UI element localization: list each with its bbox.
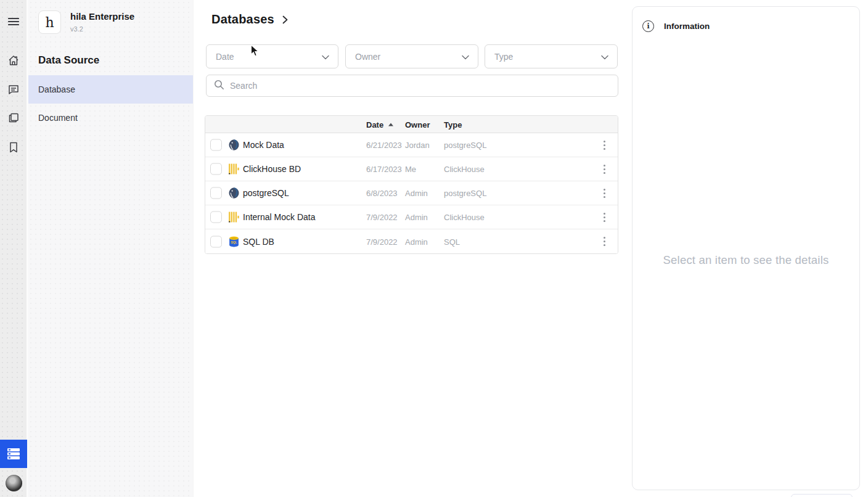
column-header-owner[interactable]: Owner bbox=[405, 120, 430, 129]
row-checkbox[interactable] bbox=[210, 212, 222, 223]
sort-asc-icon bbox=[388, 123, 393, 126]
app-version: v3.2 bbox=[70, 25, 134, 33]
chevron-down-icon bbox=[322, 51, 329, 62]
empty-state-message: Select an item to see the details bbox=[633, 253, 859, 267]
icon-rail bbox=[0, 0, 28, 497]
sidebar-item-database[interactable]: Database bbox=[28, 75, 193, 104]
info-panel-title: Information bbox=[664, 22, 710, 31]
postgresql-icon bbox=[228, 139, 240, 151]
postgresql-icon bbox=[228, 187, 240, 199]
row-type: SQL bbox=[444, 237, 460, 246]
row-menu-icon[interactable] bbox=[599, 186, 610, 200]
search-icon bbox=[214, 80, 224, 92]
copy-icon[interactable] bbox=[0, 105, 27, 130]
row-checkbox[interactable] bbox=[210, 139, 222, 151]
app-name: hila Enterprise bbox=[70, 11, 134, 22]
row-date: 7/9/2022 bbox=[366, 237, 398, 246]
date-filter-dropdown[interactable]: Date bbox=[206, 44, 338, 68]
search-bar bbox=[206, 75, 618, 97]
info-icon: i bbox=[642, 20, 654, 32]
row-owner: Me bbox=[405, 165, 416, 174]
row-owner: Admin bbox=[405, 213, 428, 222]
row-checkbox[interactable] bbox=[210, 163, 222, 175]
row-name: Internal Mock Data bbox=[243, 212, 316, 222]
owner-filter-dropdown[interactable]: Owner bbox=[345, 44, 478, 68]
user-avatar[interactable] bbox=[6, 475, 22, 491]
breadcrumb: Databases bbox=[211, 12, 288, 27]
row-checkbox[interactable] bbox=[210, 187, 222, 199]
row-owner: Admin bbox=[405, 237, 428, 246]
clickhouse-icon bbox=[228, 212, 240, 223]
row-name: ClickHouse BD bbox=[243, 164, 301, 174]
row-menu-icon[interactable] bbox=[599, 162, 610, 176]
sidebar-item-label: Database bbox=[38, 84, 75, 94]
row-menu-icon[interactable] bbox=[599, 235, 610, 248]
row-owner: Jordan bbox=[405, 141, 430, 150]
clickhouse-icon bbox=[228, 163, 240, 175]
row-name: postgreSQL bbox=[243, 188, 289, 198]
menu-icon[interactable] bbox=[0, 9, 27, 34]
page-title: Databases bbox=[211, 12, 274, 27]
svg-text:SQL: SQL bbox=[231, 240, 237, 244]
brand: h hila Enterprise v3.2 bbox=[38, 10, 134, 34]
table-row[interactable]: Internal Mock Data 7/9/2022 Admin ClickH… bbox=[205, 205, 618, 229]
chevron-right-icon[interactable] bbox=[282, 15, 288, 24]
search-input[interactable] bbox=[230, 81, 618, 91]
row-owner: Admin bbox=[405, 189, 428, 198]
type-filter-dropdown[interactable]: Type bbox=[485, 44, 618, 68]
row-type: ClickHouse bbox=[444, 213, 485, 222]
column-header-date[interactable]: Date bbox=[366, 120, 393, 129]
chat-icon[interactable] bbox=[0, 77, 27, 102]
row-date: 7/9/2022 bbox=[366, 213, 398, 222]
row-name: Mock Data bbox=[243, 140, 284, 150]
row-checkbox[interactable] bbox=[210, 236, 222, 247]
row-type: postgreSQL bbox=[444, 141, 486, 150]
column-header-type[interactable]: Type bbox=[444, 120, 462, 129]
chevron-down-icon bbox=[601, 51, 608, 62]
table-row[interactable]: ClickHouse BD 6/17/2023 Me ClickHouse bbox=[205, 157, 618, 181]
app-logo: h bbox=[38, 10, 61, 34]
row-type: postgreSQL bbox=[444, 189, 486, 198]
date-filter-label: Date bbox=[216, 52, 234, 62]
row-date: 6/17/2023 bbox=[366, 165, 402, 174]
databases-table: Date Owner Type Mock Data 6/21/2023 Jord… bbox=[205, 115, 618, 254]
owner-filter-label: Owner bbox=[355, 52, 380, 62]
sidebar-item-document[interactable]: Document bbox=[28, 104, 193, 132]
sidebar-heading: Data Source bbox=[38, 54, 99, 67]
row-date: 6/21/2023 bbox=[366, 141, 402, 150]
table-row[interactable]: SQL SQL DB 7/9/2022 Admin SQL bbox=[205, 229, 618, 253]
sql-icon: SQL bbox=[228, 236, 240, 247]
logo-letter: h bbox=[45, 15, 54, 30]
chevron-down-icon bbox=[462, 51, 469, 62]
row-name: SQL DB bbox=[243, 237, 274, 247]
table-row[interactable]: Mock Data 6/21/2023 Jordan postgreSQL bbox=[205, 133, 618, 157]
row-type: ClickHouse bbox=[444, 165, 485, 174]
row-menu-icon[interactable] bbox=[599, 210, 610, 224]
row-menu-icon[interactable] bbox=[599, 138, 610, 152]
data-list-button[interactable] bbox=[0, 440, 27, 468]
sidebar: h hila Enterprise v3.2 Data Source Datab… bbox=[28, 0, 193, 497]
sidebar-item-label: Document bbox=[38, 113, 78, 123]
information-panel: i Information Select an item to see the … bbox=[632, 6, 860, 490]
hidden-card-edge bbox=[791, 494, 853, 497]
table-row[interactable]: postgreSQL 6/8/2023 Admin postgreSQL bbox=[205, 181, 618, 205]
table-header: Date Owner Type bbox=[205, 116, 618, 133]
row-date: 6/8/2023 bbox=[366, 189, 398, 198]
type-filter-label: Type bbox=[494, 52, 513, 62]
bookmark-icon[interactable] bbox=[0, 135, 27, 160]
home-icon[interactable] bbox=[0, 48, 27, 73]
